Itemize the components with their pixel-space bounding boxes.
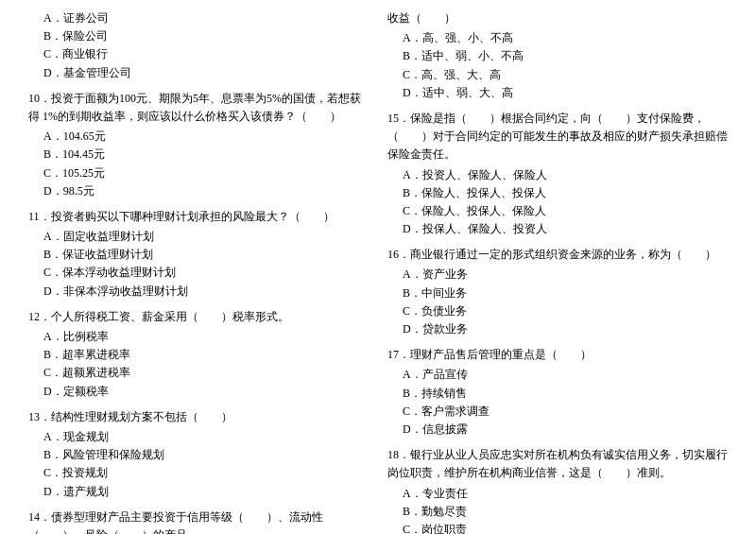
q11-option-a: A．固定收益理财计划 bbox=[28, 228, 369, 246]
q11-text: 11．投资者购买以下哪种理财计划承担的风险最大？（ ） bbox=[28, 208, 369, 226]
left-column: A．证券公司 B．保险公司 C．商业银行 D．基金管理公司 10．投资于面额为1… bbox=[28, 9, 369, 534]
q18-option-c: C．岗位职责 bbox=[387, 521, 728, 534]
q17-block: 17．理财产品售后管理的重点是（ ） A．产品宣传 B．持续销售 C．客户需求调… bbox=[387, 346, 728, 439]
q10-option-c: C．105.25元 bbox=[28, 164, 369, 182]
q-yield-option-b: B．适中、弱、小、不高 bbox=[387, 47, 728, 65]
q16-text: 16．商业银行通过一定的形式组织资金来源的业务，称为（ ） bbox=[387, 246, 728, 264]
q15-option-a: A．投资人、保险人、保险人 bbox=[387, 166, 728, 184]
q18-text: 18．银行业从业人员应忠实对所在机构负有诚实信用义务，切实履行岗位职责，维护所在… bbox=[387, 446, 728, 482]
q18-option-a: A．专业责任 bbox=[387, 485, 728, 503]
q10-option-d: D．98.5元 bbox=[28, 182, 369, 200]
page-content: A．证券公司 B．保险公司 C．商业银行 D．基金管理公司 10．投资于面额为1… bbox=[28, 9, 728, 534]
q13-option-b: B．风险管理和保险规划 bbox=[28, 446, 369, 464]
q10-option-b: B．104.45元 bbox=[28, 146, 369, 164]
option-d-securities: D．基金管理公司 bbox=[28, 64, 369, 82]
q13-option-c: C．投资规划 bbox=[28, 464, 369, 482]
q18-option-b: B．勤勉尽责 bbox=[387, 503, 728, 521]
q18-block: 18．银行业从业人员应忠实对所在机构负有诚实信用义务，切实履行岗位职责，维护所在… bbox=[387, 446, 728, 534]
q17-option-c: C．客户需求调查 bbox=[387, 403, 728, 421]
q13-option-a: A．现金规划 bbox=[28, 428, 369, 446]
option-a-securities: A．证券公司 bbox=[28, 9, 369, 27]
q11-option-c: C．保本浮动收益理财计划 bbox=[28, 264, 369, 282]
q10-text: 10．投资于面额为100元、期限为5年、息票率为5%的国债，若想获得 1%的到期… bbox=[28, 90, 369, 126]
q-securities-block: A．证券公司 B．保险公司 C．商业银行 D．基金管理公司 bbox=[28, 9, 369, 82]
q-yield-option-d: D．适中、弱、大、高 bbox=[387, 84, 728, 102]
q-yield-option-a: A．高、强、小、不高 bbox=[387, 29, 728, 47]
q11-option-b: B．保证收益理财计划 bbox=[28, 246, 369, 264]
q12-option-b: B．超率累进税率 bbox=[28, 346, 369, 364]
q17-option-b: B．持续销售 bbox=[387, 385, 728, 403]
q16-option-a: A．资产业务 bbox=[387, 266, 728, 284]
q15-option-d: D．投保人、保险人、投资人 bbox=[387, 220, 728, 238]
q12-option-a: A．比例税率 bbox=[28, 328, 369, 346]
q12-option-d: D．定额税率 bbox=[28, 383, 369, 401]
q15-block: 15．保险是指（ ）根据合同约定，向（ ）支付保险费，（ ）对于合同约定的可能发… bbox=[387, 110, 728, 238]
q-yield-prefix: 收益（ ） bbox=[387, 9, 728, 27]
q12-block: 12．个人所得税工资、薪金采用（ ）税率形式。 A．比例税率 B．超率累进税率 … bbox=[28, 308, 369, 401]
q17-option-d: D．信息披露 bbox=[387, 421, 728, 439]
q-yield-block: 收益（ ） A．高、强、小、不高 B．适中、弱、小、不高 C．高、强、大、高 D… bbox=[387, 9, 728, 102]
right-column: 收益（ ） A．高、强、小、不高 B．适中、弱、小、不高 C．高、强、大、高 D… bbox=[387, 9, 728, 534]
q11-block: 11．投资者购买以下哪种理财计划承担的风险最大？（ ） A．固定收益理财计划 B… bbox=[28, 208, 369, 301]
q13-text: 13．结构性理财规划方案不包括（ ） bbox=[28, 408, 369, 426]
q15-option-c: C．保险人、投保人、保险人 bbox=[387, 202, 728, 220]
q13-block: 13．结构性理财规划方案不包括（ ） A．现金规划 B．风险管理和保险规划 C．… bbox=[28, 408, 369, 501]
q17-text: 17．理财产品售后管理的重点是（ ） bbox=[387, 346, 728, 364]
q16-block: 16．商业银行通过一定的形式组织资金来源的业务，称为（ ） A．资产业务 B．中… bbox=[387, 246, 728, 338]
q16-option-d: D．贷款业务 bbox=[387, 320, 728, 338]
option-b-securities: B．保险公司 bbox=[28, 27, 369, 45]
q10-block: 10．投资于面额为100元、期限为5年、息票率为5%的国债，若想获得 1%的到期… bbox=[28, 90, 369, 200]
q12-option-c: C．超额累进税率 bbox=[28, 364, 369, 382]
option-c-securities: C．商业银行 bbox=[28, 45, 369, 63]
q15-text: 15．保险是指（ ）根据合同约定，向（ ）支付保险费，（ ）对于合同约定的可能发… bbox=[387, 110, 728, 164]
q14-text: 14．债券型理财产品主要投资于信用等级（ ）、流动性（ ）、风险（ ）的产品。 bbox=[28, 508, 369, 534]
q14-block: 14．债券型理财产品主要投资于信用等级（ ）、流动性（ ）、风险（ ）的产品。 bbox=[28, 508, 369, 534]
q-yield-option-c: C．高、强、大、高 bbox=[387, 66, 728, 84]
q13-option-d: D．遗产规划 bbox=[28, 483, 369, 501]
q10-option-a: A．104.65元 bbox=[28, 128, 369, 146]
q16-option-c: C．负债业务 bbox=[387, 302, 728, 320]
q11-option-d: D．非保本浮动收益理财计划 bbox=[28, 283, 369, 301]
q15-option-b: B．保险人、投保人、投保人 bbox=[387, 184, 728, 202]
q12-text: 12．个人所得税工资、薪金采用（ ）税率形式。 bbox=[28, 308, 369, 326]
q16-option-b: B．中间业务 bbox=[387, 284, 728, 302]
q17-option-a: A．产品宣传 bbox=[387, 366, 728, 384]
